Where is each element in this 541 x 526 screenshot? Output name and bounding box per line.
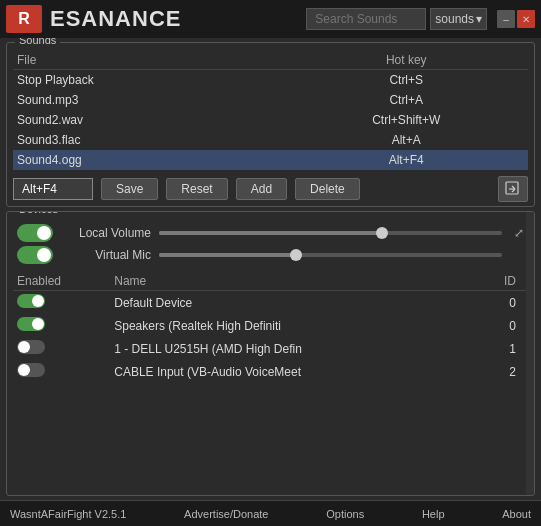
help-link[interactable]: Help xyxy=(422,508,445,520)
sound-hotkey-cell: Ctrl+A xyxy=(284,90,528,110)
options-link[interactable]: Options xyxy=(326,508,364,520)
resize-icon[interactable]: ⤢ xyxy=(514,226,524,240)
svg-rect-0 xyxy=(506,182,518,194)
local-volume-label: Local Volume xyxy=(61,226,151,240)
advertise-link[interactable]: Advertise/Donate xyxy=(184,508,268,520)
table-row[interactable]: Sound3.flac Alt+A xyxy=(13,130,528,150)
col-enabled-header: Enabled xyxy=(13,272,110,291)
col-id-header: ID xyxy=(476,272,528,291)
sound-hotkey-cell: Alt+F4 xyxy=(284,150,528,170)
col-name-header: Name xyxy=(110,272,475,291)
slider-track xyxy=(159,253,502,257)
list-item[interactable]: Speakers (Realtek High Definiti 0 xyxy=(13,314,528,337)
about-link[interactable]: About xyxy=(502,508,531,520)
delete-button[interactable]: Delete xyxy=(295,178,360,200)
import-icon-button[interactable] xyxy=(498,176,528,202)
device-name-cell: Speakers (Realtek High Definiti xyxy=(110,314,475,337)
add-button[interactable]: Add xyxy=(236,178,287,200)
minimize-button[interactable]: – xyxy=(497,10,515,28)
sounds-dropdown-value: sounds xyxy=(435,12,474,26)
slider-thumb xyxy=(376,227,388,239)
device-enabled-cell xyxy=(13,337,110,360)
local-volume-slider[interactable] xyxy=(159,231,502,235)
sound-file-cell: Sound4.ogg xyxy=(13,150,284,170)
status-bar: WasntAFairFight V2.5.1 Advertise/Donate … xyxy=(0,500,541,526)
device-id-cell: 0 xyxy=(476,291,528,315)
toggle-knob xyxy=(37,226,51,240)
sound-file-cell: Sound2.wav xyxy=(13,110,284,130)
app-title: ESANANCE xyxy=(50,6,181,32)
col-file-header: File xyxy=(13,51,284,70)
logo-icon: R xyxy=(6,5,42,33)
local-volume-row: Local Volume ⤢ xyxy=(13,224,528,242)
sounds-dropdown[interactable]: sounds ▾ xyxy=(430,8,487,30)
virtual-mic-row: Virtual Mic ⤢ xyxy=(13,246,528,264)
title-bar-right: sounds ▾ – ✕ xyxy=(306,8,535,30)
sound-hotkey-cell: Alt+A xyxy=(284,130,528,150)
device-toggle[interactable] xyxy=(17,340,45,354)
save-button[interactable]: Save xyxy=(101,178,158,200)
device-toggle[interactable] xyxy=(17,363,45,377)
device-enabled-cell xyxy=(13,360,110,383)
sound-hotkey-cell: Ctrl+Shift+W xyxy=(284,110,528,130)
hotkey-input[interactable] xyxy=(13,178,93,200)
device-name-cell: 1 - DELL U2515H (AMD High Defin xyxy=(110,337,475,360)
sound-hotkey-cell: Ctrl+S xyxy=(284,70,528,91)
device-id-cell: 0 xyxy=(476,314,528,337)
chevron-down-icon: ▾ xyxy=(476,12,482,26)
slider-fill xyxy=(159,253,296,257)
sounds-section: Sounds File Hot key Stop Playback Ctrl+S… xyxy=(6,42,535,207)
main-content: Sounds File Hot key Stop Playback Ctrl+S… xyxy=(0,38,541,500)
device-toggle[interactable] xyxy=(17,294,45,308)
local-volume-toggle[interactable] xyxy=(17,224,53,242)
sounds-table: File Hot key Stop Playback Ctrl+S Sound.… xyxy=(13,51,528,170)
virtual-mic-label: Virtual Mic xyxy=(61,248,151,262)
sound-file-cell: Stop Playback xyxy=(13,70,284,91)
virtual-mic-slider[interactable] xyxy=(159,253,502,257)
sound-file-cell: Sound3.flac xyxy=(13,130,284,150)
sound-file-cell: Sound.mp3 xyxy=(13,90,284,110)
window-controls: – ✕ xyxy=(497,10,535,28)
col-hotkey-header: Hot key xyxy=(284,51,528,70)
list-item[interactable]: CABLE Input (VB-Audio VoiceMeet 2 xyxy=(13,360,528,383)
device-toggle[interactable] xyxy=(17,317,45,331)
scrollbar[interactable] xyxy=(526,212,534,495)
list-item[interactable]: 1 - DELL U2515H (AMD High Defin 1 xyxy=(13,337,528,360)
sounds-controls: Save Reset Add Delete xyxy=(13,176,528,202)
devices-section: Devices Local Volume ⤢ xyxy=(6,211,535,496)
device-enabled-cell xyxy=(13,314,110,337)
title-bar-left: R ESANANCE xyxy=(6,5,181,33)
devices-table: Enabled Name ID Default Device 0 xyxy=(13,272,528,383)
toggle-knob xyxy=(37,248,51,262)
device-name-cell: Default Device xyxy=(110,291,475,315)
devices-section-label: Devices xyxy=(15,211,62,215)
slider-thumb xyxy=(290,249,302,261)
sounds-section-label: Sounds xyxy=(15,38,60,46)
virtual-mic-toggle[interactable] xyxy=(17,246,53,264)
table-row[interactable]: Stop Playback Ctrl+S xyxy=(13,70,528,91)
device-id-cell: 1 xyxy=(476,337,528,360)
slider-track xyxy=(159,231,502,235)
device-id-cell: 2 xyxy=(476,360,528,383)
device-name-cell: CABLE Input (VB-Audio VoiceMeet xyxy=(110,360,475,383)
search-input[interactable] xyxy=(306,8,426,30)
devices-inner: Local Volume ⤢ Virtual Mic xyxy=(13,224,528,491)
device-enabled-cell xyxy=(13,291,110,315)
table-row[interactable]: Sound4.ogg Alt+F4 xyxy=(13,150,528,170)
table-row[interactable]: Sound2.wav Ctrl+Shift+W xyxy=(13,110,528,130)
title-bar: R ESANANCE sounds ▾ – ✕ xyxy=(0,0,541,38)
table-row[interactable]: Sound.mp3 Ctrl+A xyxy=(13,90,528,110)
slider-fill xyxy=(159,231,382,235)
reset-button[interactable]: Reset xyxy=(166,178,227,200)
close-button[interactable]: ✕ xyxy=(517,10,535,28)
version-label: WasntAFairFight V2.5.1 xyxy=(10,508,126,520)
list-item[interactable]: Default Device 0 xyxy=(13,291,528,315)
